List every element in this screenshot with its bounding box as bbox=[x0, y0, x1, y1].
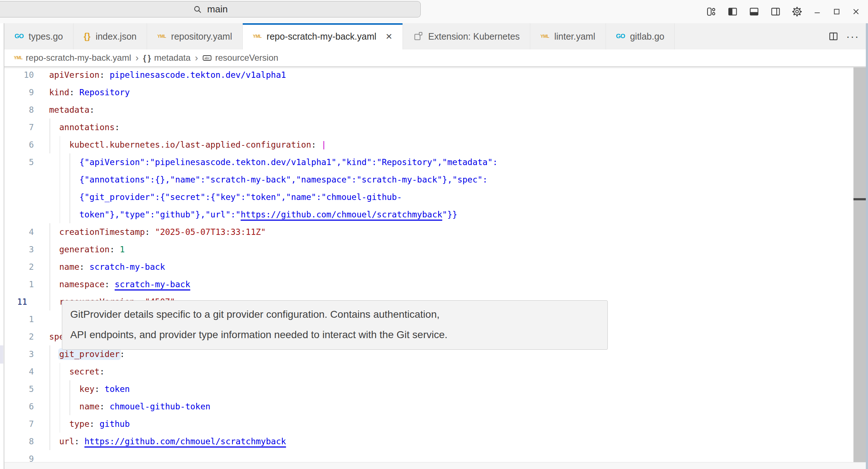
code-token bbox=[49, 437, 59, 446]
more-actions-icon[interactable]: ··· bbox=[846, 30, 859, 43]
code-line[interactable]: 2 name: scratch-my-back bbox=[4, 258, 866, 276]
code-token: Repository bbox=[79, 88, 130, 97]
symbol-object-icon: { } bbox=[143, 53, 151, 63]
code-line[interactable]: 4 creationTimestamp: "2025-05-07T13:33:1… bbox=[4, 223, 866, 241]
code-line[interactable]: 7 type: github bbox=[4, 415, 866, 433]
tab-label: types.go bbox=[28, 31, 63, 42]
line-number[interactable]: 7 bbox=[4, 119, 34, 136]
code-editor[interactable]: 10apiVersion: pipelinesascode.tekton.dev… bbox=[4, 66, 866, 469]
code-line[interactable]: 1 namespace: scratch-my-back bbox=[4, 276, 866, 293]
toggle-panel-icon[interactable] bbox=[746, 4, 762, 20]
line-number[interactable]: 2 bbox=[4, 258, 34, 276]
toggle-primary-sidebar-icon[interactable] bbox=[725, 4, 741, 20]
code-token: {"annotations":{},"name":"scratch-my-bac… bbox=[79, 175, 488, 184]
tab-types-go[interactable]: GOtypes.go bbox=[4, 23, 74, 49]
code-token: github bbox=[99, 419, 130, 429]
code-token bbox=[49, 140, 69, 149]
breadcrumb: YMLrepo-scratch-my-back.yaml›{ }metadata… bbox=[4, 49, 866, 66]
symbol-string-icon: abc bbox=[202, 53, 212, 63]
code-line[interactable]: 10apiVersion: pipelinesascode.tekton.dev… bbox=[4, 66, 866, 84]
line-number[interactable]: 1 bbox=[4, 276, 34, 293]
code-token: token bbox=[104, 384, 130, 394]
close-tab-icon[interactable]: × bbox=[386, 31, 392, 42]
tab-extension-kubernetes[interactable]: Extension: Kubernetes bbox=[403, 23, 531, 49]
code-line[interactable]: 5 {"apiVersion":"pipelinesascode.tekton.… bbox=[4, 153, 866, 171]
search-icon bbox=[193, 4, 203, 15]
code-line[interactable]: 4 secret: bbox=[4, 363, 866, 380]
breadcrumb-item-metadata[interactable]: { }metadata bbox=[143, 53, 191, 63]
code-token: : bbox=[95, 384, 105, 394]
code-line[interactable]: 7 annotations: bbox=[4, 119, 866, 136]
line-number[interactable]: 4 bbox=[4, 363, 34, 380]
line-number[interactable]: 10 bbox=[4, 66, 34, 84]
code-line[interactable]: 5 key: token bbox=[4, 380, 866, 398]
code-line[interactable]: {"annotations":{},"name":"scratch-my-bac… bbox=[4, 171, 866, 188]
indent-guide bbox=[70, 398, 70, 415]
vertical-scrollbar[interactable] bbox=[853, 67, 866, 462]
minimize-button[interactable] bbox=[810, 4, 824, 19]
tab-label: index.json bbox=[96, 31, 137, 42]
code-line[interactable]: 6 kubectl.kubernetes.io/last-applied-con… bbox=[4, 136, 866, 153]
indent-guide bbox=[49, 415, 50, 433]
maximize-button[interactable] bbox=[830, 4, 844, 19]
line-number[interactable]: 6 bbox=[4, 136, 34, 153]
close-window-button[interactable] bbox=[849, 4, 863, 19]
left-edge-decoration bbox=[0, 345, 3, 364]
code-link[interactable]: https://github.com/chmouel/scratchmyback bbox=[241, 210, 442, 219]
settings-gear-icon[interactable] bbox=[789, 4, 805, 20]
toggle-secondary-sidebar-icon[interactable] bbox=[768, 4, 784, 20]
line-number[interactable]: 4 bbox=[4, 223, 34, 241]
code-line[interactable]: 3 generation: 1 bbox=[4, 241, 866, 258]
indent-guide bbox=[49, 398, 50, 415]
line-number[interactable]: 9 bbox=[4, 84, 34, 101]
line-number[interactable]: 2 bbox=[4, 328, 34, 345]
code-line[interactable]: 8metadata: bbox=[4, 101, 866, 119]
breadcrumb-item-resourceversion[interactable]: abcresourceVersion bbox=[202, 53, 278, 63]
line-number[interactable]: 8 bbox=[4, 101, 34, 119]
code-link[interactable]: https://github.com/chmouel/scratchmyback bbox=[84, 437, 286, 446]
code-line[interactable]: token"},"type":"github"},"url":"https://… bbox=[4, 206, 866, 223]
tab-linter-yaml[interactable]: YMLlinter.yaml bbox=[530, 23, 606, 49]
line-number[interactable]: 6 bbox=[4, 398, 34, 415]
split-editor-icon[interactable] bbox=[828, 31, 839, 42]
code-line[interactable]: 9kind: Repository bbox=[4, 84, 866, 101]
line-number[interactable]: 1 bbox=[4, 310, 34, 328]
line-content: token"},"type":"github"},"url":"https://… bbox=[49, 206, 866, 223]
code-line[interactable]: 6 name: chmouel-github-token bbox=[4, 398, 866, 415]
tab-repository-yaml[interactable]: YMLrepository.yaml bbox=[147, 23, 242, 49]
code-token: : bbox=[104, 280, 115, 289]
line-number[interactable]: 11 bbox=[4, 293, 27, 310]
customize-layout-icon[interactable] bbox=[703, 4, 719, 20]
code-token bbox=[49, 210, 79, 219]
code-link[interactable]: scratch-my-back bbox=[115, 280, 190, 289]
line-number[interactable]: 3 bbox=[4, 241, 34, 258]
tab-label: repository.yaml bbox=[171, 31, 232, 42]
line-number[interactable]: 5 bbox=[4, 153, 34, 171]
line-number[interactable]: 5 bbox=[4, 380, 34, 398]
code-token: : bbox=[90, 105, 95, 115]
line-number[interactable]: 8 bbox=[4, 433, 34, 450]
tab-gitlab-go[interactable]: GOgitlab.go bbox=[606, 23, 675, 49]
breadcrumb-item-repo-scratch-my-back-yaml[interactable]: YMLrepo-scratch-my-back.yaml bbox=[14, 53, 131, 63]
indent-guide bbox=[60, 398, 60, 415]
tooltip-line1: GitProvider details specific to a git pr… bbox=[70, 304, 599, 325]
tab-index-json[interactable]: {}index.json bbox=[74, 23, 147, 49]
tab-repo-scratch-my-back-yaml[interactable]: YMLrepo-scratch-my-back.yaml× bbox=[243, 23, 403, 49]
code-line[interactable]: 8 url: https://github.com/chmouel/scratc… bbox=[4, 433, 866, 450]
line-content: name: scratch-my-back bbox=[49, 258, 866, 276]
indent-guide bbox=[49, 345, 50, 363]
code-token: creationTimestamp bbox=[59, 227, 145, 237]
line-number[interactable]: 3 bbox=[4, 345, 34, 363]
code-token: {"apiVersion":"pipelinesascode.tekton.de… bbox=[79, 157, 498, 167]
indent-guide bbox=[70, 206, 70, 223]
indent-guide bbox=[49, 136, 50, 153]
code-token: namespace bbox=[59, 280, 105, 289]
code-line[interactable]: {"git_provider":{"secret":{"key":"token"… bbox=[4, 188, 866, 206]
line-number[interactable]: 7 bbox=[4, 415, 34, 433]
indent-guide bbox=[49, 293, 50, 310]
command-center[interactable]: main bbox=[0, 1, 421, 17]
code-token: : bbox=[120, 349, 125, 359]
code-token bbox=[49, 245, 59, 254]
vscode-window: main bbox=[0, 0, 868, 469]
line-content: kind: Repository bbox=[49, 84, 866, 101]
